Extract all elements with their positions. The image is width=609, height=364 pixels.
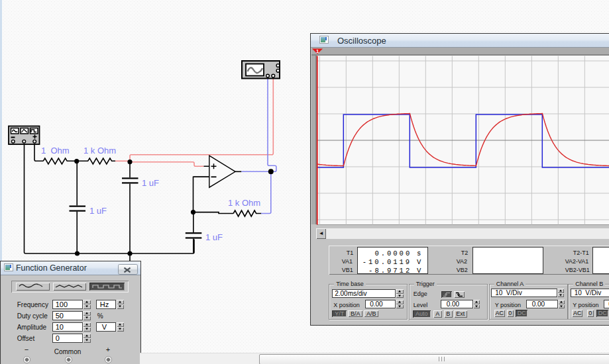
- svg-text:1: 1: [316, 48, 319, 54]
